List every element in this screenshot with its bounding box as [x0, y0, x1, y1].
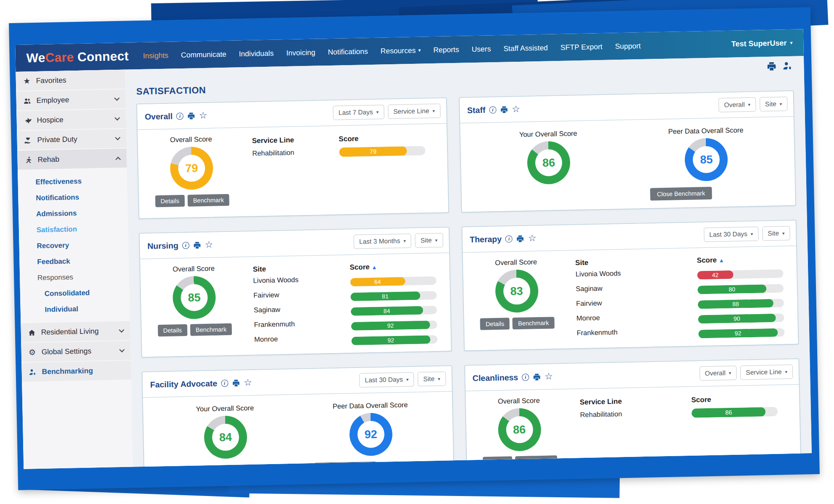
- group-by-dropdown[interactable]: Site▾: [415, 233, 443, 248]
- star-icon[interactable]: ☆: [205, 241, 213, 249]
- date-range-dropdown[interactable]: Last 7 Days▾: [333, 105, 384, 120]
- printer-icon[interactable]: [192, 241, 201, 249]
- peer-score-donut: 92: [349, 412, 392, 456]
- group-by-dropdown[interactable]: Service Line▾: [388, 104, 440, 119]
- details-button[interactable]: Details: [155, 195, 185, 207]
- donut-value: 85: [700, 153, 713, 166]
- nav-item-users[interactable]: Users: [471, 45, 491, 54]
- nav-item-notifications[interactable]: Notifications: [328, 47, 368, 57]
- star-icon[interactable]: ☆: [528, 234, 537, 242]
- site-column-header: Site: [575, 257, 693, 268]
- star-icon[interactable]: ☆: [199, 111, 207, 120]
- sidebar-item-residential-living[interactable]: Residential Living: [21, 321, 130, 342]
- benchmark-button[interactable]: Benchmark: [187, 194, 229, 207]
- sidebar-link-individual[interactable]: Individual: [20, 300, 130, 318]
- info-icon[interactable]: i: [522, 373, 529, 381]
- sidebar-item-benchmarking[interactable]: Benchmarking: [21, 361, 131, 382]
- nav-item-support[interactable]: Support: [615, 42, 641, 51]
- rehab-submenu: Effectiveness Notifications Admissions S…: [18, 168, 130, 323]
- user-gear-icon[interactable]: [782, 60, 793, 74]
- star-icon[interactable]: ☆: [244, 378, 252, 387]
- metric-dropdown[interactable]: Overall▾: [718, 97, 756, 113]
- info-icon[interactable]: i: [489, 106, 496, 113]
- date-range-dropdown[interactable]: Last 30 Days▾: [704, 227, 759, 242]
- nav-item-reports[interactable]: Reports: [433, 45, 459, 54]
- caret-down-icon: ▾: [432, 108, 435, 113]
- info-icon[interactable]: i: [221, 379, 228, 386]
- date-range-dropdown[interactable]: Last 30 Days▾: [359, 372, 414, 388]
- user-menu[interactable]: Test SuperUser▾: [731, 38, 792, 48]
- close-benchmark-button[interactable]: Close Benchmark: [650, 187, 712, 201]
- printer-icon[interactable]: [766, 61, 777, 74]
- sidebar: ★ Favorites Employee Hospice: [16, 70, 133, 469]
- site-score-bar: 88: [698, 299, 784, 309]
- sidebar-link-notifications[interactable]: Notifications: [18, 189, 128, 207]
- caret-down-icon: ▾: [748, 102, 750, 107]
- group-by-dropdown[interactable]: Site▾: [760, 97, 788, 111]
- nav-item-insights[interactable]: Insights: [143, 51, 168, 60]
- nav-item-invoicing[interactable]: Invoicing: [286, 48, 315, 57]
- caret-down-icon: ▾: [729, 370, 731, 375]
- sidebar-item-favorites[interactable]: ★ Favorites: [16, 70, 125, 91]
- score-column-header[interactable]: Score ▲: [350, 262, 440, 272]
- printer-icon[interactable]: [187, 111, 195, 120]
- close-benchmark-button[interactable]: Close Benchmark: [315, 462, 376, 469]
- user-gear-icon: [28, 368, 38, 376]
- details-button[interactable]: Details: [483, 456, 513, 468]
- sidebar-link-feedback[interactable]: Feedback: [19, 252, 129, 270]
- card-title: Facility Advocate: [150, 378, 217, 389]
- benchmark-button[interactable]: Benchmark: [515, 455, 557, 468]
- group-by-dropdown[interactable]: Site▾: [762, 226, 790, 241]
- sidebar-link-consolidated[interactable]: Consolidated: [20, 284, 130, 302]
- sidebar-link-admissions[interactable]: Admissions: [18, 205, 128, 223]
- sidebar-link-effectiveness[interactable]: Effectiveness: [18, 173, 127, 191]
- nav-item-communicate[interactable]: Communicate: [181, 50, 226, 59]
- printer-icon[interactable]: [516, 234, 525, 243]
- sidebar-item-employee[interactable]: Employee: [16, 89, 126, 110]
- star-icon[interactable]: ☆: [545, 372, 553, 381]
- overall-score-donut: 86: [497, 408, 541, 452]
- wecare-connect-logo: WeCare Connect: [26, 49, 129, 66]
- star-icon[interactable]: ☆: [512, 105, 520, 113]
- caret-down-icon: ▾: [782, 231, 785, 236]
- donut-value: 86: [542, 156, 555, 170]
- benchmark-button[interactable]: Benchmark: [513, 317, 555, 329]
- sidebar-item-global-settings[interactable]: ⚙ Global Settings: [21, 341, 131, 362]
- sidebar-item-private-duty[interactable]: Private Duty: [17, 129, 126, 150]
- info-icon[interactable]: i: [182, 242, 189, 249]
- score-bar: 79: [339, 146, 425, 157]
- card-cleanliness: Cleanliness i ☆ Overall▾ Service Line▾: [464, 359, 801, 469]
- site-name: Monroe: [254, 333, 347, 347]
- chevron-down-icon: [115, 135, 121, 140]
- group-by-dropdown[interactable]: Service Line▾: [740, 365, 793, 380]
- info-icon[interactable]: i: [505, 235, 513, 242]
- sidebar-link-recovery[interactable]: Recovery: [19, 236, 129, 255]
- sidebar-item-rehab[interactable]: Rehab: [17, 149, 127, 170]
- donut-label: Peer Data Overall Score: [643, 126, 769, 136]
- details-button[interactable]: Details: [480, 318, 510, 330]
- nav-item-staff-assisted[interactable]: Staff Assisted: [503, 43, 548, 53]
- details-button[interactable]: Details: [158, 324, 187, 336]
- runner-icon: [23, 156, 33, 164]
- score-column-header[interactable]: Score ▲: [697, 255, 787, 265]
- nav-item-individuals[interactable]: Individuals: [239, 49, 274, 58]
- nav-item-sftp-export[interactable]: SFTP Export: [560, 42, 602, 52]
- donut-value: 79: [185, 162, 198, 175]
- printer-icon[interactable]: [500, 105, 508, 114]
- nav-item-resources[interactable]: Resources▾: [380, 46, 421, 55]
- date-range-dropdown[interactable]: Last 3 Months▾: [354, 234, 412, 249]
- site-score-bar: 92: [698, 328, 784, 338]
- printer-icon[interactable]: [232, 378, 240, 387]
- caret-down-icon: ▾: [751, 231, 753, 236]
- sidebar-link-satisfaction[interactable]: Satisfaction: [19, 220, 129, 239]
- printer-icon[interactable]: [532, 373, 541, 381]
- sidebar-item-hospice[interactable]: Hospice: [16, 109, 126, 130]
- metric-dropdown[interactable]: Overall▾: [699, 366, 737, 381]
- logo-we: We: [26, 51, 45, 65]
- star-icon: ★: [22, 76, 32, 86]
- benchmark-button[interactable]: Benchmark: [190, 323, 232, 336]
- donut-value: 92: [364, 428, 377, 441]
- donut-label: Peer Data Overall Score: [307, 400, 433, 411]
- info-icon[interactable]: i: [176, 112, 184, 119]
- group-by-dropdown[interactable]: Site▾: [418, 372, 446, 386]
